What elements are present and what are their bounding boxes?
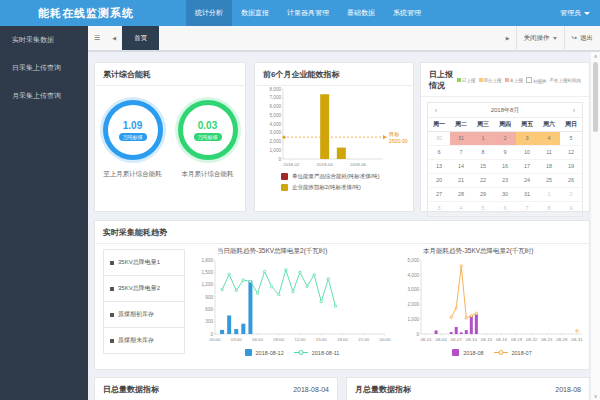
calendar-day[interactable]: 1 bbox=[538, 188, 560, 202]
tab-home[interactable]: 首页 bbox=[122, 26, 159, 50]
calendar-day[interactable]: 2 bbox=[560, 188, 582, 202]
calendar-day[interactable]: 20 bbox=[428, 174, 450, 188]
calendar-day[interactable]: 3 bbox=[516, 132, 538, 146]
svg-text:300: 300 bbox=[205, 319, 213, 324]
sidebar-item[interactable]: 日采集上传查询 bbox=[0, 54, 88, 82]
calendar-day[interactable]: 1 bbox=[472, 132, 494, 146]
nav-item-系统管理[interactable]: 系统管理 bbox=[384, 0, 430, 26]
legend-item[interactable]: 2018-08-11 bbox=[294, 349, 340, 356]
sidebar-item[interactable]: 实时采集数据 bbox=[0, 26, 88, 54]
user-menu[interactable]: 管理员 bbox=[560, 8, 590, 18]
calendar-legend-item: 补报的 bbox=[526, 77, 547, 84]
svg-text:08-31: 08-31 bbox=[571, 337, 583, 342]
legend-item[interactable]: 2018-07 bbox=[494, 349, 532, 356]
gauge-value: 1.09 bbox=[123, 120, 142, 131]
calendar-day[interactable]: 29 bbox=[472, 188, 494, 202]
calendar-day[interactable]: 8 bbox=[538, 202, 560, 216]
month-trend-block: 本月能耗趋势-35KV总降电量2(千瓦时) 01,0002,0003,0004,… bbox=[397, 247, 587, 356]
scrollbar[interactable]: ∧ ∨ bbox=[591, 52, 600, 400]
app-title: 能耗在线监测系统 bbox=[38, 6, 134, 21]
legend-item[interactable]: 单位能量产品综合能耗(吨标准煤/吨) bbox=[281, 173, 380, 180]
calendar-day[interactable]: 7 bbox=[516, 202, 538, 216]
calendar-day[interactable]: 2 bbox=[494, 132, 516, 146]
meter-item[interactable]: 35KV总降电量2 bbox=[104, 276, 184, 302]
legend-square bbox=[281, 173, 288, 180]
calendar-prev-button[interactable]: ‹ bbox=[428, 107, 444, 114]
scroll-down-icon[interactable]: ∨ bbox=[591, 393, 600, 399]
calendar-day[interactable]: 23 bbox=[494, 174, 516, 188]
calendar-day[interactable]: 5 bbox=[472, 202, 494, 216]
svg-text:15:00: 15:00 bbox=[316, 337, 328, 342]
svg-text:1,200: 1,200 bbox=[202, 282, 214, 287]
scrollbar-thumb[interactable] bbox=[593, 62, 598, 132]
panel-title: 前6个月企业能效指标 bbox=[255, 63, 413, 86]
scroll-up-icon[interactable]: ∧ bbox=[591, 53, 600, 59]
calendar-day[interactable]: 28 bbox=[450, 188, 472, 202]
calendar-day[interactable]: 15 bbox=[472, 160, 494, 174]
logout-button[interactable]: ↪ 退出 bbox=[564, 26, 600, 50]
calendar-day[interactable]: 25 bbox=[538, 174, 560, 188]
calendar-day[interactable]: 30 bbox=[494, 188, 516, 202]
svg-text:2,000: 2,000 bbox=[408, 302, 420, 307]
menu-icon[interactable]: ☰ bbox=[88, 34, 106, 42]
nav-item-统计分析[interactable]: 统计分析 bbox=[186, 0, 232, 26]
calendar-day[interactable]: 18 bbox=[538, 160, 560, 174]
sidebar-item[interactable]: 月采集上传查询 bbox=[0, 82, 88, 110]
svg-text:08-13: 08-13 bbox=[481, 337, 493, 342]
meter-icon bbox=[110, 261, 114, 265]
legend-square bbox=[452, 349, 459, 356]
calendar-day[interactable]: 31 bbox=[516, 188, 538, 202]
panel-efficiency: 前6个月企业能效指标 01,0002,0003,0004,0005,0006,0… bbox=[254, 62, 414, 212]
panel-title: 日总量数据指标 bbox=[103, 384, 159, 395]
calendar-day[interactable]: 4 bbox=[538, 132, 560, 146]
calendar-day[interactable]: 9 bbox=[560, 202, 582, 216]
sidebar: 实时采集数据日采集上传查询月采集上传查询 bbox=[0, 26, 88, 400]
svg-text:2500.00: 2500.00 bbox=[389, 138, 408, 144]
calendar-day[interactable]: 16 bbox=[494, 160, 516, 174]
calendar-day[interactable]: 21 bbox=[450, 174, 472, 188]
scroll-tabs-right-icon[interactable]: ▶ bbox=[500, 35, 516, 41]
calendar-day[interactable]: 11 bbox=[538, 146, 560, 160]
meter-item[interactable]: 原煤期初库存 bbox=[104, 302, 184, 328]
legend-item[interactable]: 2018-08-12 bbox=[245, 349, 284, 356]
panel-title: 累计综合能耗 bbox=[95, 63, 245, 86]
close-actions-menu[interactable]: 关闭操作 bbox=[516, 26, 564, 50]
scroll-tabs-left-icon[interactable]: ◀ bbox=[106, 35, 122, 41]
nav-item-计量器具管理[interactable]: 计量器具管理 bbox=[278, 0, 338, 26]
calendar-next-button[interactable]: › bbox=[566, 107, 582, 114]
calendar-day[interactable]: 5 bbox=[560, 132, 582, 146]
calendar-day[interactable]: 22 bbox=[472, 174, 494, 188]
svg-text:08-10: 08-10 bbox=[466, 337, 478, 342]
calendar-day[interactable]: 10 bbox=[516, 146, 538, 160]
calendar-day[interactable]: 8 bbox=[472, 146, 494, 160]
calendar-legend-item: 未上报 bbox=[505, 78, 524, 83]
calendar-day[interactable]: 30 bbox=[428, 132, 450, 146]
calendar-day[interactable]: 19 bbox=[560, 160, 582, 174]
gauge: 0.03万吨标煤本月累计综合能耗 bbox=[173, 100, 243, 179]
calendar-day[interactable]: 4 bbox=[450, 202, 472, 216]
calendar-day[interactable]: 13 bbox=[428, 160, 450, 174]
calendar-day[interactable]: 9 bbox=[494, 146, 516, 160]
svg-text:08-19: 08-19 bbox=[511, 337, 523, 342]
calendar-day[interactable]: 6 bbox=[494, 202, 516, 216]
calendar-day[interactable]: 31 bbox=[450, 132, 472, 146]
svg-text:0: 0 bbox=[278, 157, 281, 162]
nav-item-基础数据[interactable]: 基础数据 bbox=[338, 0, 384, 26]
calendar-day[interactable]: 17 bbox=[516, 160, 538, 174]
calendar-day[interactable]: 26 bbox=[560, 174, 582, 188]
calendar-day[interactable]: 14 bbox=[450, 160, 472, 174]
calendar-day[interactable]: 12 bbox=[560, 146, 582, 160]
meter-item[interactable]: 原煤期末库存 bbox=[104, 328, 184, 353]
legend-item[interactable]: 2018-08 bbox=[452, 349, 483, 356]
calendar-day[interactable]: 7 bbox=[450, 146, 472, 160]
month-trend-chart: 01,0002,0003,0004,0005,00008-0108-0408-0… bbox=[397, 257, 587, 349]
meter-item[interactable]: 35KV总降电量1 bbox=[104, 250, 184, 276]
day-trend-chart: 03006009001,2001,5001,80000:0003:0006:00… bbox=[191, 257, 393, 349]
legend-item[interactable]: 企业能效指标2(吨标准煤/吨) bbox=[281, 184, 380, 191]
calendar-day[interactable]: 6 bbox=[428, 146, 450, 160]
calendar-day[interactable]: 27 bbox=[428, 188, 450, 202]
nav-item-数据直报[interactable]: 数据直报 bbox=[232, 0, 278, 26]
calendar-day[interactable]: 24 bbox=[516, 174, 538, 188]
svg-text:08-01: 08-01 bbox=[420, 337, 432, 342]
calendar-day[interactable]: 3 bbox=[428, 202, 450, 216]
